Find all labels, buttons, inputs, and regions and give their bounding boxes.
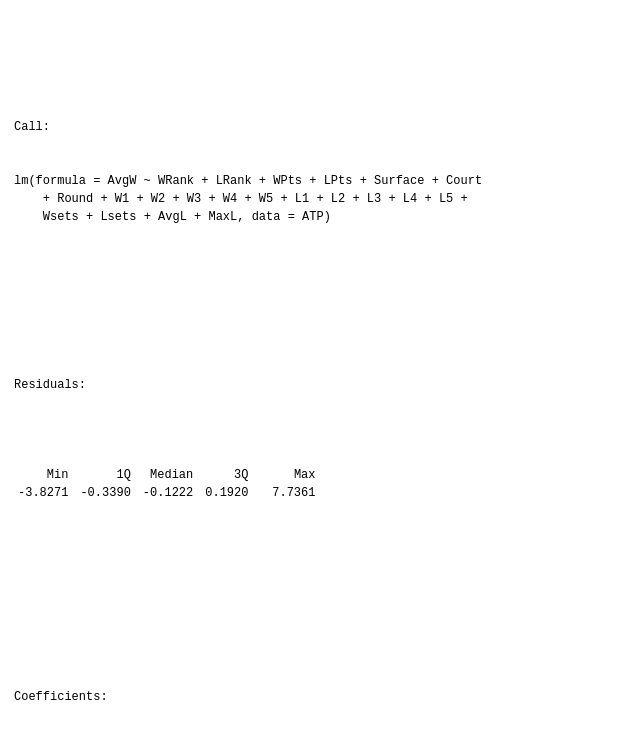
res-v-1q: -0.3390 <box>80 484 142 502</box>
call-label: Call: <box>14 118 606 136</box>
res-h-1q: 1Q <box>80 466 142 484</box>
residuals-header-row: Min 1Q Median 3Q Max <box>18 466 315 484</box>
res-h-min: Min <box>18 466 80 484</box>
coefficients-label: Coefficients: <box>14 688 606 706</box>
residuals-label: Residuals: <box>14 376 606 394</box>
res-h-3q: 3Q <box>205 466 260 484</box>
res-h-median: Median <box>143 466 205 484</box>
residuals-data: Min 1Q Median 3Q Max -3.8271 -0.3390 -0.… <box>18 430 606 538</box>
res-v-max: 7.7361 <box>260 484 315 502</box>
res-v-3q: 0.1920 <box>205 484 260 502</box>
coefficients-section: Coefficients: Estimate Std. Error t valu… <box>14 652 606 736</box>
res-v-min: -3.8271 <box>18 484 80 502</box>
call-section: Call: lm(formula = AvgW ~ WRank + LRank … <box>14 82 606 262</box>
output-container: Call: lm(formula = AvgW ~ WRank + LRank … <box>14 10 606 736</box>
call-code: lm(formula = AvgW ~ WRank + LRank + WPts… <box>14 172 606 226</box>
residuals-section: Residuals: Min 1Q Median 3Q Max -3.8271 … <box>14 340 606 574</box>
res-v-median: -0.1222 <box>143 484 205 502</box>
residuals-value-row: -3.8271 -0.3390 -0.1222 0.1920 7.7361 <box>18 484 315 502</box>
res-h-max: Max <box>260 466 315 484</box>
